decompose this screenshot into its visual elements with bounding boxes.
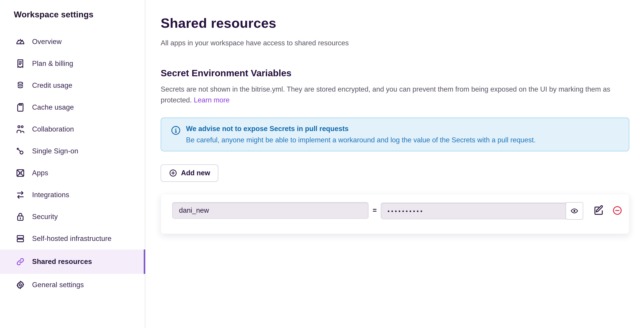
sidebar-item-label: Security — [32, 213, 58, 221]
sidebar-item-label: Self-hosted infrastructure — [32, 235, 112, 243]
server-stack-icon — [15, 234, 25, 244]
sidebar-item-label: Cache usage — [32, 103, 74, 111]
sidebar-item-single-sign-on[interactable]: Single Sign-on — [0, 140, 145, 162]
sidebar-item-plan-billing[interactable]: Plan & billing — [0, 53, 145, 74]
people-icon — [15, 124, 25, 134]
sidebar-item-label: Collaboration — [32, 125, 74, 133]
info-icon — [170, 125, 181, 136]
sidebar-item-overview[interactable]: Overview — [0, 31, 145, 53]
sidebar-item-integrations[interactable]: Integrations — [0, 184, 145, 206]
arrows-swap-icon — [15, 190, 25, 200]
receipt-icon — [15, 59, 25, 69]
sidebar-item-label: Credit usage — [32, 81, 72, 90]
sidebar-item-label: General settings — [32, 281, 84, 289]
sidebar-item-general-settings[interactable]: General settings — [0, 274, 145, 296]
edit-icon — [594, 205, 604, 216]
minus-circle-icon — [612, 205, 622, 216]
secret-value-input[interactable] — [381, 203, 566, 219]
gear-icon — [15, 280, 25, 290]
sidebar-item-shared-resources[interactable]: Shared resources — [0, 250, 145, 274]
edit-secret-button[interactable] — [593, 205, 604, 216]
apps-box-icon — [15, 168, 25, 178]
main-content: Shared resources All apps in your worksp… — [145, 0, 644, 328]
add-new-button[interactable]: Add new — [161, 164, 218, 182]
secret-row: = — [161, 194, 629, 234]
memory-card-icon — [15, 102, 25, 112]
secrets-section-description: Secrets are not shown in the bitrise.yml… — [161, 84, 633, 106]
sidebar-nav: OverviewPlan & billingCredit usageCache … — [0, 31, 145, 296]
sidebar-item-security[interactable]: Security — [0, 206, 145, 228]
page-subtitle: All apps in your workspace have access t… — [161, 39, 644, 47]
sidebar-item-collaboration[interactable]: Collaboration — [0, 118, 145, 140]
sidebar-item-credit-usage[interactable]: Credit usage — [0, 74, 145, 96]
link-icon — [15, 257, 25, 267]
key-icon — [15, 146, 25, 156]
info-banner-body: Be careful, anyone might be able to impl… — [186, 136, 536, 144]
info-banner-title: We advise not to expose Secrets in pull … — [186, 125, 536, 133]
sidebar-item-label: Plan & billing — [32, 60, 73, 68]
page-title: Shared resources — [161, 15, 644, 31]
sidebar-item-label: Shared resources — [32, 258, 92, 266]
secret-key-input[interactable] — [172, 202, 368, 219]
secret-value-group — [381, 202, 583, 220]
sidebar-item-label: Overview — [32, 38, 62, 46]
reveal-secret-button[interactable] — [566, 202, 583, 220]
lock-icon — [15, 212, 25, 222]
eye-icon — [570, 206, 579, 215]
sidebar-item-label: Integrations — [32, 191, 69, 199]
secrets-section-heading: Secret Environment Variables — [161, 68, 644, 78]
gauge-icon — [15, 37, 25, 47]
info-banner: We advise not to expose Secrets in pull … — [161, 118, 629, 151]
sidebar-item-cache-usage[interactable]: Cache usage — [0, 96, 145, 118]
sidebar-item-apps[interactable]: Apps — [0, 162, 145, 184]
learn-more-link[interactable]: Learn more — [194, 96, 230, 104]
info-banner-text: We advise not to expose Secrets in pull … — [186, 125, 536, 144]
sidebar: Workspace settings OverviewPlan & billin… — [0, 0, 145, 328]
add-new-button-label: Add new — [181, 169, 210, 177]
sidebar-title: Workspace settings — [0, 10, 145, 19]
coins-icon — [15, 81, 25, 90]
plus-circle-icon — [169, 169, 178, 177]
sidebar-item-label: Single Sign-on — [32, 147, 78, 155]
sidebar-item-self-hosted-infrastructure[interactable]: Self-hosted infrastructure — [0, 228, 145, 250]
equals-sign: = — [368, 202, 381, 219]
sidebar-item-label: Apps — [32, 169, 48, 177]
workspace-settings-page: Workspace settings OverviewPlan & billin… — [0, 0, 644, 328]
delete-secret-button[interactable] — [612, 205, 623, 216]
